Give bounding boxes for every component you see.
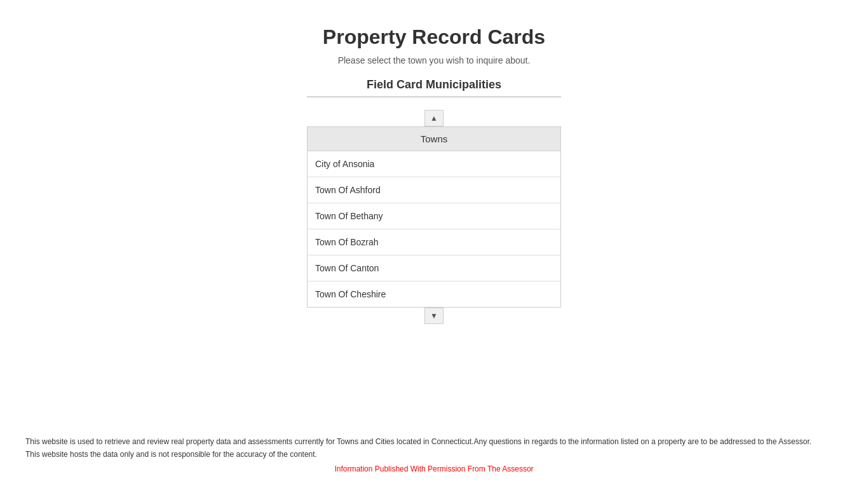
footer: This website is used to retrieve and rev… xyxy=(0,423,868,488)
list-item[interactable]: Town Of Ashford xyxy=(308,177,560,203)
list-item[interactable]: Town Of Cheshire xyxy=(308,281,560,307)
scroll-up-button[interactable]: ▲ xyxy=(424,110,444,126)
section-title: Field Card Municipalities xyxy=(367,78,501,92)
page-subtitle: Please select the town you wish to inqui… xyxy=(338,55,531,65)
footer-line1: This website is used to retrieve and rev… xyxy=(25,436,843,448)
page-title: Property Record Cards xyxy=(323,25,545,49)
towns-list-container: ▲ Towns City of Ansonia Town Of Ashford … xyxy=(307,110,561,324)
list-item[interactable]: City of Ansonia xyxy=(308,151,560,177)
list-item[interactable]: Town Of Canton xyxy=(308,255,560,281)
list-item[interactable]: Town Of Bozrah xyxy=(308,229,560,255)
footer-permission: Information Published With Permission Fr… xyxy=(25,463,843,475)
scroll-down-button[interactable]: ▼ xyxy=(424,308,444,324)
footer-line2: This website hosts the data only and is … xyxy=(25,449,843,461)
list-item[interactable]: Town Of Bethany xyxy=(308,203,560,229)
towns-list-header: Towns xyxy=(308,127,560,151)
towns-list: Towns City of Ansonia Town Of Ashford To… xyxy=(307,126,561,308)
divider xyxy=(307,97,561,97)
